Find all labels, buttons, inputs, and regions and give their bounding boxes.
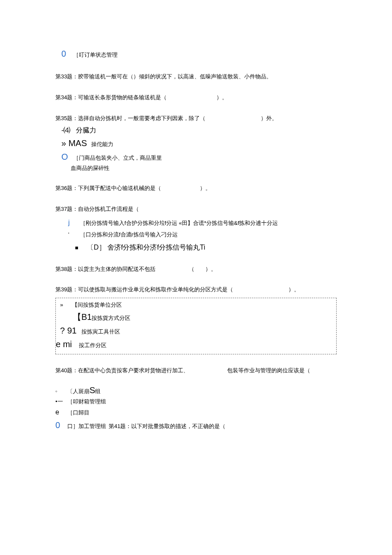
- q39-c-marker: ? 91: [60, 325, 81, 336]
- q39-c-text: 按拣寅工具卄区: [81, 328, 120, 336]
- question-33: 第33题：胶带输送机一般可在（）倾斜的状况下，以高速、低噪声输送散装、小件物品。: [55, 72, 337, 81]
- q35-option-d[interactable]: 血商品的屎碎性: [55, 165, 337, 172]
- q40-c-text: ［口歸目: [67, 409, 89, 417]
- q39-d-marker: e mi: [56, 339, 79, 350]
- q37-a-text: ［刚分拣情号输入f合护分拣和分垃f分运 «田】合谎*分拣信号输&f拣和分逋十分运: [80, 219, 278, 228]
- question-35: 第35题：选择自动分拣机时，一般需要考虑下列因素，除了（ ）外。: [55, 114, 337, 123]
- q35-c-marker: O: [61, 151, 73, 162]
- marker-zero: 0: [61, 47, 73, 60]
- question-36: 第36题：下列属于配送中心输送机械的是（ ）。: [55, 184, 337, 193]
- q35-option-b[interactable]: » MAS 操佗能力: [55, 138, 337, 149]
- q39-option-d[interactable]: e mi 按工作分区: [56, 339, 332, 350]
- q35-b-marker: » MAS: [61, 138, 91, 149]
- q40-option-a[interactable]: ◦ 〔人斑崩S组: [55, 385, 337, 396]
- orphan-option: 0 ［叮订单状态管理: [55, 47, 337, 60]
- q40-d-text: 口］加工管理组: [67, 423, 106, 430]
- q40-a-text: 〔人斑崩S组: [67, 385, 101, 396]
- question-41-tail: 第41题：以下对批量拣取的描述，不正确的是（: [109, 423, 225, 430]
- q37-b-marker: ': [68, 230, 80, 239]
- q37-c-text: 〔D］ 舍济f分拣和分济f分拣信号输丸Ti: [87, 242, 205, 253]
- q35-b-text: 操佗能力: [91, 141, 113, 148]
- q35-a-marker: -⑷: [61, 126, 76, 135]
- q40-b-text: ［叩财箱管理组: [67, 398, 106, 405]
- q39-b-text: 按拣貨方式分区: [92, 315, 130, 322]
- q39-option-box: » 【闰按拣货单位分区 【B1 按拣貨方式分区 ? 91 按拣寅工具卄区 e m…: [55, 298, 337, 354]
- q35-c-text: ［门商品包装夹小、立式，商品重里: [73, 155, 162, 162]
- q35-a-text: 分臓力: [76, 126, 96, 135]
- q39-b-marker: 【B1: [73, 311, 92, 322]
- q40-option-d[interactable]: 0 口］加工管理组 第41题：以下对批量拣取的描述，不正确的是（: [55, 420, 337, 431]
- q35-option-a[interactable]: -⑷ 分臓力: [55, 126, 337, 135]
- q37-a-marker: j: [68, 217, 80, 228]
- question-40: 第40题：在配送中心负责按客户要求对货物进行加工、 包装等作业与管理的岗位应该是…: [55, 366, 337, 375]
- q39-option-a[interactable]: » 【闰按拣货单位分区: [60, 302, 332, 309]
- question-37: 第37题：自动分拣机工作流程是（: [55, 205, 337, 214]
- q37-b-text: ［口分拣和分流f合漉r拣信号输入刁分运: [80, 230, 178, 239]
- q40-a-marker: ◦: [55, 388, 67, 395]
- q35-d-text: 血商品的屎碎性: [71, 165, 110, 172]
- question-34: 第34题：可输送长条形货物的链条输送机是（ ）。: [55, 93, 337, 102]
- q40-d-marker: 0: [55, 420, 67, 431]
- q40-stem-left: 第40题：在配送中心负责按客户要求对货物进行加工、: [55, 366, 189, 375]
- q39-option-b[interactable]: 【B1 按拣貨方式分区: [60, 311, 332, 322]
- q39-d-text: 按工作分区: [79, 342, 107, 349]
- q39-a-text: 【闰按拣货单位分区: [72, 302, 122, 309]
- q39-option-c[interactable]: ? 91 按拣寅工具卄区: [60, 325, 332, 336]
- q40-stem-right: 包装等作业与管理的岗位应该是（: [227, 366, 310, 375]
- q40-option-c[interactable]: e ［口歸目: [55, 408, 337, 417]
- q40-c-marker: e: [55, 408, 67, 417]
- q39-a-marker: »: [60, 302, 72, 309]
- q40-b-marker: •一: [55, 398, 67, 405]
- q40-option-b[interactable]: •一 ［叩财箱管理组: [55, 398, 337, 405]
- q37-option-c[interactable]: ■ 〔D］ 舍济f分拣和分济f分拣信号输丸Ti: [55, 242, 337, 253]
- question-39: 第39题：可以使拣取与搬运作业单元化和拣取作业单纯化的分区方式是（ ）。: [55, 285, 337, 294]
- q37-option-a[interactable]: j ［刚分拣情号输入f合护分拣和分垃f分运 «田】合谎*分拣信号输&f拣和分逋十…: [55, 217, 337, 228]
- q37-option-b[interactable]: ' ［口分拣和分流f合漉r拣信号输入刁分运: [55, 230, 337, 239]
- q37-c-marker: ■: [75, 244, 87, 253]
- orphan-text: ［叮订单状态管理: [73, 51, 118, 60]
- question-38: 第38题：以货主为主体的协同配送不包括 （ ）。: [55, 265, 337, 274]
- q35-option-c[interactable]: O ［门商品包装夹小、立式，商品重里: [55, 151, 337, 162]
